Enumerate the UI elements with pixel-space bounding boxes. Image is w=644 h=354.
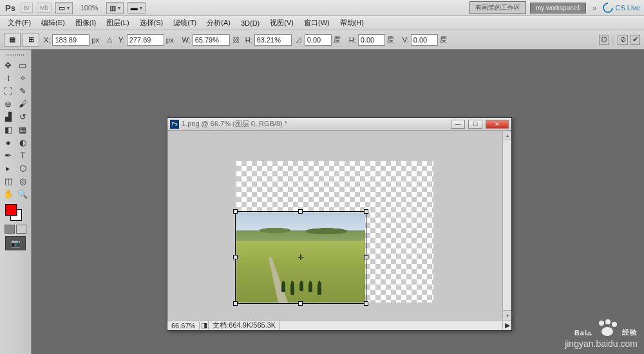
options-bar: ▦ ⊞ X: px △ Y: px W: ⛓ H: ◿ 度 H: 度 V: 度 …: [0, 30, 644, 50]
menu-file[interactable]: 文件(F): [3, 16, 36, 30]
menu-analysis[interactable]: 分析(A): [202, 16, 236, 30]
status-expand-icon[interactable]: ◨: [200, 321, 209, 330]
document-title: 1.png @ 66.7% (图层 0, RGB/8) *: [182, 119, 448, 129]
status-play-icon[interactable]: ▶: [502, 321, 511, 330]
y-unit: px: [166, 36, 174, 44]
marquee-tool[interactable]: ▭: [16, 59, 30, 71]
magic-wand-tool[interactable]: ✧: [16, 71, 30, 84]
shape-tool[interactable]: ⬡: [16, 162, 30, 174]
crop-tool[interactable]: ⛶: [1, 84, 15, 97]
skew-h-unit: 度: [387, 35, 394, 44]
vertical-scrollbar[interactable]: [502, 131, 511, 320]
warp-button[interactable]: ⌬: [599, 35, 609, 45]
app-top-bar: Ps Br Mb ▭ 100% ▥ ▬ 有画笔的工作区 my workspace…: [0, 0, 644, 16]
menu-bar: 文件(F) 编辑(E) 图像(I) 图层(L) 选择(S) 滤镜(T) 分析(A…: [0, 16, 644, 30]
menu-help[interactable]: 帮助(H): [335, 16, 369, 30]
document-status-bar: 66.67% ◨ 文档:664.9K/565.3K ▶: [167, 320, 511, 330]
quickmask-mode-button[interactable]: [16, 225, 26, 234]
3d-tool[interactable]: ◫: [1, 174, 15, 187]
eraser-tool[interactable]: ◧: [1, 123, 15, 136]
y-input[interactable]: [127, 34, 164, 46]
w-input[interactable]: [193, 34, 230, 46]
menu-edit[interactable]: 编辑(E): [36, 16, 70, 30]
x-unit: px: [91, 36, 99, 44]
mb-button[interactable]: Mb: [37, 3, 52, 13]
maximize-button[interactable]: ☐: [468, 120, 482, 129]
close-button[interactable]: ✕: [486, 120, 509, 129]
healing-tool[interactable]: ⊛: [1, 97, 15, 110]
dodge-tool[interactable]: ◐: [16, 136, 30, 149]
toolbox: ✥▭ ⌇✧ ⛶✎ ⊛🖌 ▟↺ ◧▦ ●◐ ✒T ▸⬡ ◫◎ ✋🔍 📷: [0, 50, 32, 354]
screen-mode-select[interactable]: ▭: [55, 2, 73, 14]
watermark: Baiஃ 经验 jingyan.baidu.com: [565, 321, 638, 349]
link-xy-icon[interactable]: △: [105, 35, 114, 45]
commit-transform-button[interactable]: ✔: [630, 35, 640, 45]
skew-h-label: H:: [349, 36, 356, 44]
angle-unit: 度: [334, 35, 341, 44]
menu-select[interactable]: 选择(S): [135, 16, 169, 30]
foreground-color-swatch[interactable]: [5, 204, 17, 216]
view-select[interactable]: ▬: [128, 2, 146, 14]
watermark-url: jingyan.baidu.com: [565, 339, 638, 349]
lasso-tool[interactable]: ⌇: [1, 71, 15, 84]
screen-mode-button[interactable]: 📷: [5, 236, 26, 250]
path-select-tool[interactable]: ▸: [1, 162, 15, 174]
document-canvas-area[interactable]: ✛: [167, 131, 502, 320]
skew-h-input[interactable]: [358, 34, 385, 46]
canvas[interactable]: ✛: [236, 161, 433, 303]
document-window: Ps 1.png @ 66.7% (图层 0, RGB/8) * — ☐ ✕: [167, 117, 512, 331]
cs-live-button[interactable]: CS Live: [603, 3, 640, 13]
eyedropper-tool[interactable]: ✎: [16, 84, 30, 97]
history-brush-tool[interactable]: ↺: [16, 110, 30, 123]
watermark-brand: Baiஃ: [574, 329, 592, 337]
x-input[interactable]: [52, 34, 90, 46]
menu-window[interactable]: 窗口(W): [299, 16, 335, 30]
h-input[interactable]: [254, 34, 292, 46]
hand-tool[interactable]: ✋: [1, 187, 15, 200]
cancel-transform-button[interactable]: ⊘: [618, 35, 628, 45]
arrange-select[interactable]: ▥: [106, 2, 124, 14]
minimize-button[interactable]: —: [451, 120, 465, 129]
skew-v-unit: 度: [440, 35, 447, 44]
skew-v-input[interactable]: [411, 34, 438, 46]
angle-input[interactable]: [305, 34, 332, 46]
status-docsize[interactable]: 文档:664.9K/565.3K: [209, 321, 280, 330]
br-button[interactable]: Br: [21, 3, 33, 13]
color-swatches[interactable]: [1, 203, 30, 223]
link-wh-icon[interactable]: ⛓: [232, 35, 241, 45]
h-label: H:: [245, 36, 252, 44]
gradient-tool[interactable]: ▦: [16, 123, 30, 136]
zoom-tool[interactable]: 🔍: [16, 187, 30, 200]
workspace-cn[interactable]: 有画笔的工作区: [469, 1, 526, 14]
watermark-cn: 经验: [622, 328, 638, 337]
menu-layer[interactable]: 图层(L): [101, 16, 134, 30]
blur-tool[interactable]: ●: [1, 136, 15, 149]
3d-camera-tool[interactable]: ◎: [16, 174, 30, 187]
paw-icon: [596, 321, 618, 337]
menu-filter[interactable]: 滤镜(T): [168, 16, 202, 30]
transform-tool-icon[interactable]: ▦: [4, 33, 21, 47]
workspace-name[interactable]: my workspace1: [530, 3, 586, 14]
document-titlebar[interactable]: Ps 1.png @ 66.7% (图层 0, RGB/8) * — ☐ ✕: [167, 118, 511, 131]
zoom-value[interactable]: 100%: [77, 3, 102, 13]
menu-image[interactable]: 图像(I): [70, 16, 101, 30]
skew-v-label: V:: [402, 36, 409, 44]
pen-tool[interactable]: ✒: [1, 149, 15, 162]
menu-view[interactable]: 视图(V): [265, 16, 299, 30]
brush-tool[interactable]: 🖌: [16, 97, 30, 110]
status-zoom[interactable]: 66.67%: [167, 322, 200, 330]
stamp-tool[interactable]: ▟: [1, 110, 15, 123]
move-tool[interactable]: ✥: [1, 59, 15, 71]
y-label: Y:: [118, 36, 125, 44]
workspace-more-icon[interactable]: »: [590, 4, 599, 12]
image-layer[interactable]: [236, 212, 365, 303]
reference-point-icon[interactable]: ⊞: [23, 33, 39, 47]
toolbox-grip[interactable]: [1, 52, 30, 57]
standard-mode-button[interactable]: [5, 225, 15, 234]
ps-logo: Ps: [4, 3, 17, 13]
menu-3d[interactable]: 3D(D): [236, 17, 265, 29]
angle-icon: ◿: [294, 35, 303, 45]
type-tool[interactable]: T: [16, 149, 30, 162]
document-icon: Ps: [170, 120, 179, 129]
w-label: W:: [182, 36, 190, 44]
